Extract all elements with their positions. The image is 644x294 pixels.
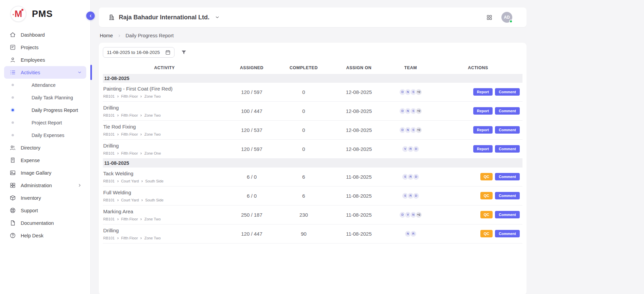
comment-button[interactable]: Comment — [495, 145, 520, 153]
path-segment: Zone Two — [144, 217, 161, 221]
path-segment: Fifth Floor — [121, 132, 138, 136]
row-actions: ReportComment — [434, 126, 522, 134]
activity-cell: Painting - First Coat (Fire Red)RB101Fif… — [103, 85, 226, 98]
sidebar-item-projects[interactable]: Projects — [4, 41, 86, 54]
brand-name: PMS — [32, 9, 53, 19]
path-separator-icon — [141, 199, 144, 202]
user-avatar[interactable]: AD — [501, 12, 512, 23]
report-button[interactable]: Report — [473, 107, 493, 115]
assign-on-value: 12-08-2025 — [330, 127, 388, 133]
table-row: Tack WeldingRB101Court YardSouth Side6 /… — [103, 168, 522, 187]
breadcrumb-current: Daily Progress Report — [126, 33, 174, 38]
activity-path: RB101Fifth FloorZone One — [103, 151, 226, 155]
sidebar-subitem-daily-progress-report[interactable]: Daily Progress Report — [4, 104, 86, 116]
report-button[interactable]: Report — [473, 88, 493, 96]
logo-letter: M — [15, 9, 22, 19]
chevron-down-icon — [77, 70, 82, 75]
sidebar-item-label: Administration — [21, 183, 72, 188]
sidebar-item-help-desk[interactable]: Help Desk — [4, 229, 86, 242]
comment-button[interactable]: Comment — [495, 88, 520, 96]
sidebar-item-documentation[interactable]: Documentation — [4, 217, 86, 229]
path-separator-icon — [116, 237, 119, 240]
sidebar-item-directory[interactable]: Directory — [4, 141, 86, 154]
company-selector[interactable]: Raja Bahadur International Ltd. — [108, 14, 220, 21]
comment-button[interactable]: Comment — [495, 126, 520, 134]
sidebar-item-support[interactable]: Support — [4, 204, 86, 217]
path-segment: Zone One — [144, 151, 161, 155]
report-card: 11-08-2025 to 16-08-2025 ACTIVITYASSIGNE… — [99, 43, 527, 294]
sidebar-item-label: Activities — [21, 70, 72, 75]
chevron-down-icon — [215, 15, 220, 20]
qc-button[interactable]: QC — [480, 192, 493, 199]
row-actions: QCComment — [434, 230, 522, 237]
activity-name: Drilling — [103, 142, 226, 149]
sidebar-subitem-project-report[interactable]: Project Report — [4, 116, 86, 129]
path-separator-icon — [116, 152, 119, 155]
date-range-input[interactable]: 11-08-2025 to 16-08-2025 — [103, 47, 174, 58]
completed-value: 0 — [277, 146, 330, 152]
breadcrumb: Home Daily Progress Report — [100, 33, 644, 38]
qc-button[interactable]: QC — [480, 211, 493, 218]
qc-button[interactable]: QC — [480, 173, 493, 180]
activity-name: Drilling — [103, 227, 226, 234]
completed-value: 0 — [277, 89, 330, 95]
filter-icon[interactable] — [181, 49, 187, 56]
column-header-completed: COMPLETED — [277, 65, 330, 70]
report-button[interactable]: Report — [473, 126, 493, 134]
activity-name: Drilling — [103, 104, 226, 111]
team-extra-count[interactable]: +2 — [415, 126, 422, 134]
documentation-icon — [10, 220, 16, 226]
row-actions: QCComment — [434, 173, 522, 180]
completed-value: 0 — [277, 127, 330, 133]
sidebar-subitem-attendance[interactable]: Attendance — [4, 79, 86, 91]
path-separator-icon — [140, 218, 143, 221]
qc-button[interactable]: QC — [480, 230, 493, 237]
sidebar-item-administration[interactable]: Administration — [4, 179, 86, 192]
column-header-activity: ACTIVITY — [103, 65, 226, 70]
sidebar-item-inventory[interactable]: Inventory — [4, 192, 86, 204]
row-actions: QCComment — [434, 211, 522, 218]
bullet-icon — [12, 96, 14, 99]
sidebar-subitem-daily-expenses[interactable]: Daily Expenses — [4, 129, 86, 141]
comment-button[interactable]: Comment — [495, 211, 520, 218]
team-extra-count[interactable]: +2 — [415, 211, 422, 218]
path-segment: RB101 — [103, 113, 115, 117]
activity-path: RB101Fifth FloorZone Two — [103, 217, 226, 221]
sidebar-item-employees[interactable]: Employees — [4, 54, 86, 66]
sidebar-item-dashboard[interactable]: Dashboard — [4, 28, 86, 41]
team-avatars: DNS+2 — [388, 126, 434, 134]
pms-logo: M — [10, 6, 26, 22]
assigned-value: 120 / 447 — [226, 231, 277, 237]
team-extra-count[interactable]: +2 — [415, 89, 422, 96]
sidebar-collapse-button[interactable] — [86, 12, 95, 20]
assigned-value: 120 / 597 — [226, 89, 277, 95]
date-group-header: 12-08-2025 — [103, 74, 522, 83]
sidebar-subitem-daily-task-planning[interactable]: Daily Task Planning — [4, 91, 86, 104]
apps-grid-icon[interactable] — [486, 14, 493, 21]
activity-cell: Tack WeldingRB101Court YardSouth Side — [103, 170, 226, 183]
table-row: DrillingRB101Fifth FloorZone One120 / 59… — [103, 140, 522, 159]
sidebar-item-label: Help Desk — [21, 233, 82, 238]
path-segment: RB101 — [103, 151, 115, 155]
comment-button[interactable]: Comment — [495, 173, 520, 180]
comment-button[interactable]: Comment — [495, 107, 520, 115]
gallery-icon — [10, 170, 16, 176]
sidebar-item-expense[interactable]: Expense — [4, 154, 86, 166]
comment-button[interactable]: Comment — [495, 230, 520, 237]
sidebar-item-label: Directory — [21, 145, 82, 151]
chevron-right-icon — [117, 34, 122, 38]
sidebar-item-image-gallary[interactable]: Image Gallary — [4, 166, 86, 179]
expense-icon — [10, 157, 16, 163]
team-extra-count[interactable]: +2 — [415, 107, 422, 115]
table-row: Marking AreaRB101Fifth FloorZone Two250 … — [103, 205, 522, 224]
team-avatars: DNS+2 — [388, 107, 434, 115]
path-separator-icon — [141, 180, 144, 183]
assign-on-value: 11-08-2025 — [330, 174, 388, 180]
comment-button[interactable]: Comment — [495, 192, 520, 199]
breadcrumb-home[interactable]: Home — [100, 33, 113, 38]
path-segment: Court Yard — [121, 179, 139, 183]
activity-path: RB101Fifth FloorZone Two — [103, 94, 226, 98]
report-button[interactable]: Report — [473, 145, 493, 153]
sidebar-item-activities[interactable]: Activities — [4, 66, 86, 79]
activity-name: Tie Rod Fixing — [103, 123, 226, 130]
